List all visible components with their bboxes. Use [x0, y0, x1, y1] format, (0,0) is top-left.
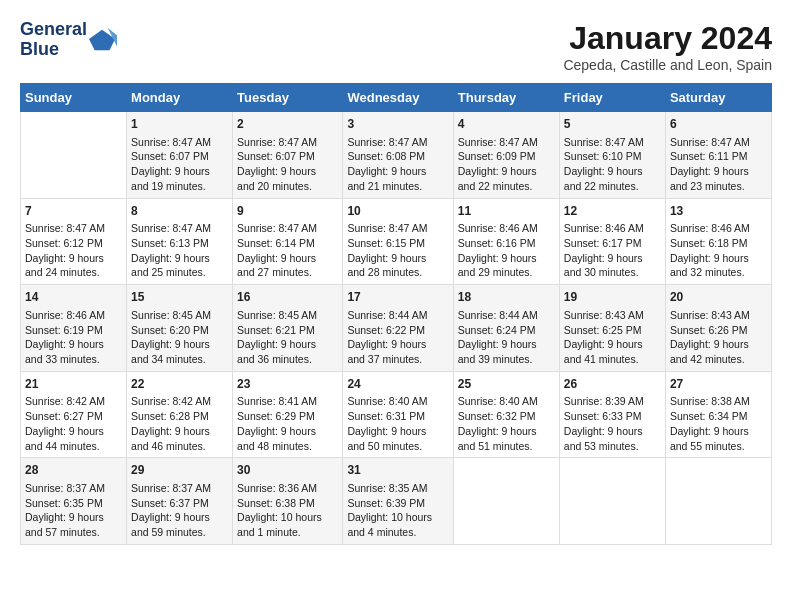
main-title: January 2024	[563, 20, 772, 57]
cell-text-line: Daylight: 9 hours	[25, 251, 122, 266]
calendar-table: SundayMondayTuesdayWednesdayThursdayFrid…	[20, 83, 772, 545]
cell-content: 6Sunrise: 8:47 AMSunset: 6:11 PMDaylight…	[670, 116, 767, 194]
day-number: 21	[25, 376, 122, 393]
cell-text-line: and 30 minutes.	[564, 265, 661, 280]
day-number: 18	[458, 289, 555, 306]
cell-text-line: Daylight: 9 hours	[564, 251, 661, 266]
cell-content: 29Sunrise: 8:37 AMSunset: 6:37 PMDayligh…	[131, 462, 228, 540]
cell-text-line: and 57 minutes.	[25, 525, 122, 540]
cell-content: 24Sunrise: 8:40 AMSunset: 6:31 PMDayligh…	[347, 376, 448, 454]
cell-text-line: Sunrise: 8:43 AM	[564, 308, 661, 323]
calendar-cell: 4Sunrise: 8:47 AMSunset: 6:09 PMDaylight…	[453, 112, 559, 199]
cell-text-line: Sunrise: 8:44 AM	[458, 308, 555, 323]
day-number: 25	[458, 376, 555, 393]
cell-text-line: Daylight: 9 hours	[237, 251, 338, 266]
day-number: 10	[347, 203, 448, 220]
page-header: GeneralBlue January 2024 Cepeda, Castill…	[20, 20, 772, 73]
day-number: 28	[25, 462, 122, 479]
cell-text-line: Daylight: 9 hours	[25, 510, 122, 525]
cell-text-line: and 36 minutes.	[237, 352, 338, 367]
cell-text-line: Sunset: 6:39 PM	[347, 496, 448, 511]
cell-content: 17Sunrise: 8:44 AMSunset: 6:22 PMDayligh…	[347, 289, 448, 367]
cell-content: 3Sunrise: 8:47 AMSunset: 6:08 PMDaylight…	[347, 116, 448, 194]
calendar-cell: 10Sunrise: 8:47 AMSunset: 6:15 PMDayligh…	[343, 198, 453, 285]
cell-text-line: Sunset: 6:33 PM	[564, 409, 661, 424]
cell-text-line: and 25 minutes.	[131, 265, 228, 280]
calendar-cell: 21Sunrise: 8:42 AMSunset: 6:27 PMDayligh…	[21, 371, 127, 458]
cell-text-line: and 48 minutes.	[237, 439, 338, 454]
cell-text-line: Sunset: 6:19 PM	[25, 323, 122, 338]
cell-text-line: Daylight: 9 hours	[670, 337, 767, 352]
calendar-cell: 3Sunrise: 8:47 AMSunset: 6:08 PMDaylight…	[343, 112, 453, 199]
calendar-cell	[453, 458, 559, 545]
cell-content: 26Sunrise: 8:39 AMSunset: 6:33 PMDayligh…	[564, 376, 661, 454]
cell-content: 4Sunrise: 8:47 AMSunset: 6:09 PMDaylight…	[458, 116, 555, 194]
day-number: 29	[131, 462, 228, 479]
calendar-cell: 24Sunrise: 8:40 AMSunset: 6:31 PMDayligh…	[343, 371, 453, 458]
header-saturday: Saturday	[665, 84, 771, 112]
header-sunday: Sunday	[21, 84, 127, 112]
cell-text-line: Sunset: 6:18 PM	[670, 236, 767, 251]
cell-text-line: Sunrise: 8:45 AM	[237, 308, 338, 323]
cell-text-line: and 37 minutes.	[347, 352, 448, 367]
cell-text-line: Sunrise: 8:40 AM	[347, 394, 448, 409]
cell-text-line: Sunrise: 8:47 AM	[347, 135, 448, 150]
cell-text-line: Daylight: 9 hours	[564, 424, 661, 439]
cell-text-line: Sunrise: 8:47 AM	[131, 221, 228, 236]
day-number: 17	[347, 289, 448, 306]
calendar-cell: 23Sunrise: 8:41 AMSunset: 6:29 PMDayligh…	[233, 371, 343, 458]
cell-text-line: and 32 minutes.	[670, 265, 767, 280]
cell-text-line: Sunset: 6:17 PM	[564, 236, 661, 251]
cell-text-line: and 53 minutes.	[564, 439, 661, 454]
cell-text-line: Daylight: 9 hours	[131, 424, 228, 439]
cell-text-line: and 55 minutes.	[670, 439, 767, 454]
cell-text-line: and 24 minutes.	[25, 265, 122, 280]
logo-text: GeneralBlue	[20, 20, 87, 60]
cell-text-line: Sunrise: 8:47 AM	[131, 135, 228, 150]
day-number: 27	[670, 376, 767, 393]
cell-text-line: Daylight: 9 hours	[458, 337, 555, 352]
cell-text-line: Sunrise: 8:36 AM	[237, 481, 338, 496]
cell-text-line: Daylight: 9 hours	[25, 337, 122, 352]
cell-content: 25Sunrise: 8:40 AMSunset: 6:32 PMDayligh…	[458, 376, 555, 454]
header-monday: Monday	[127, 84, 233, 112]
day-number: 2	[237, 116, 338, 133]
cell-text-line: Sunrise: 8:35 AM	[347, 481, 448, 496]
logo-icon	[89, 26, 117, 54]
cell-content: 20Sunrise: 8:43 AMSunset: 6:26 PMDayligh…	[670, 289, 767, 367]
cell-text-line: Sunrise: 8:46 AM	[670, 221, 767, 236]
cell-text-line: Daylight: 9 hours	[131, 251, 228, 266]
day-number: 6	[670, 116, 767, 133]
subtitle: Cepeda, Castille and Leon, Spain	[563, 57, 772, 73]
cell-text-line: Sunset: 6:38 PM	[237, 496, 338, 511]
cell-text-line: Sunset: 6:13 PM	[131, 236, 228, 251]
logo: GeneralBlue	[20, 20, 117, 60]
cell-text-line: Sunrise: 8:47 AM	[25, 221, 122, 236]
cell-text-line: Sunset: 6:16 PM	[458, 236, 555, 251]
cell-content: 13Sunrise: 8:46 AMSunset: 6:18 PMDayligh…	[670, 203, 767, 281]
cell-text-line: Sunrise: 8:37 AM	[131, 481, 228, 496]
cell-text-line: Sunset: 6:37 PM	[131, 496, 228, 511]
calendar-cell	[21, 112, 127, 199]
cell-content: 31Sunrise: 8:35 AMSunset: 6:39 PMDayligh…	[347, 462, 448, 540]
cell-text-line: Sunrise: 8:38 AM	[670, 394, 767, 409]
cell-text-line: Sunrise: 8:37 AM	[25, 481, 122, 496]
calendar-cell: 7Sunrise: 8:47 AMSunset: 6:12 PMDaylight…	[21, 198, 127, 285]
header-thursday: Thursday	[453, 84, 559, 112]
cell-text-line: Sunset: 6:34 PM	[670, 409, 767, 424]
cell-text-line: Sunrise: 8:46 AM	[25, 308, 122, 323]
cell-text-line: Daylight: 9 hours	[25, 424, 122, 439]
cell-text-line: Sunset: 6:22 PM	[347, 323, 448, 338]
cell-text-line: Sunset: 6:26 PM	[670, 323, 767, 338]
calendar-cell: 30Sunrise: 8:36 AMSunset: 6:38 PMDayligh…	[233, 458, 343, 545]
cell-text-line: Daylight: 9 hours	[564, 164, 661, 179]
day-number: 16	[237, 289, 338, 306]
calendar-cell: 15Sunrise: 8:45 AMSunset: 6:20 PMDayligh…	[127, 285, 233, 372]
cell-text-line: Sunrise: 8:47 AM	[347, 221, 448, 236]
cell-text-line: Sunset: 6:11 PM	[670, 149, 767, 164]
cell-text-line: Daylight: 9 hours	[347, 251, 448, 266]
cell-text-line: Sunset: 6:31 PM	[347, 409, 448, 424]
cell-text-line: and 29 minutes.	[458, 265, 555, 280]
cell-text-line: and 34 minutes.	[131, 352, 228, 367]
cell-content: 28Sunrise: 8:37 AMSunset: 6:35 PMDayligh…	[25, 462, 122, 540]
